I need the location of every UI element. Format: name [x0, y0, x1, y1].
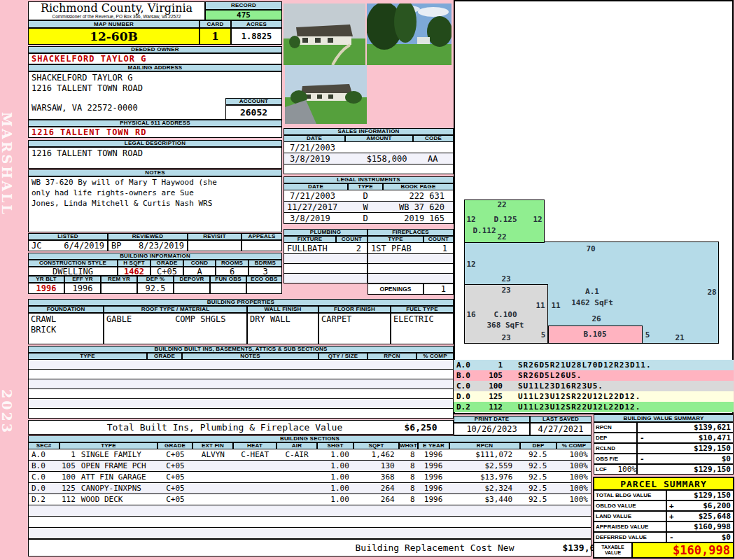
physical-address-label: PHYSICAL 911 ADDRESS	[28, 120, 282, 127]
value-summary-row: OBS F/E -$0	[594, 454, 734, 464]
sales-col-code: CODE	[413, 135, 454, 142]
vs-value: $139,621	[694, 423, 731, 432]
bs-type: CANOPY-INXPNS	[76, 483, 158, 493]
dim-b-5: 5	[643, 330, 652, 340]
code-sec: D.2	[454, 402, 482, 412]
bs-num: 105	[60, 461, 76, 471]
depovr-value	[174, 283, 210, 294]
bs-comp: 100%	[556, 494, 591, 505]
listed-value: JC6/4/2019	[28, 240, 108, 251]
grade-value: C+05	[150, 267, 183, 276]
col-effyr: EFF YR	[64, 276, 101, 283]
parcel-summary-row: DEFERRED VALUE -$0	[594, 532, 734, 542]
vs-value: $0	[722, 454, 731, 463]
replacement-cost-label: Building Replacement Cost New	[323, 540, 547, 556]
bs-dep: 92.5	[519, 494, 556, 505]
dim-a-26: 26	[588, 314, 605, 323]
code-sec: A.0	[454, 360, 482, 370]
building-info-title: BUILDING INFORMATION	[28, 253, 282, 260]
roof-value: GABLE COMP SHGLS	[104, 313, 247, 344]
li-book: WB 37 620	[383, 202, 453, 212]
bs-col-type: TYPE	[59, 442, 158, 449]
vendor-watermark: MARSHALL	[0, 112, 15, 216]
bs-type: SINGLE FAMILY	[76, 449, 158, 460]
value-summary-row: RPCN $139,621	[594, 422, 734, 433]
fireplace-row-empty	[368, 274, 454, 284]
bs-type: ATT FIN GARAGE	[76, 472, 158, 482]
bs-eyear: 1996	[418, 494, 449, 505]
reviewed-date: 8/23/2019	[139, 241, 184, 251]
effyr-value: 1996	[64, 283, 101, 294]
reviewed-label: REVIEWED	[108, 233, 188, 240]
bs-dep: 92.5	[519, 449, 556, 460]
bs-heat: C-HEAT	[233, 449, 276, 460]
built-ins-row-empty	[28, 409, 454, 419]
col-yrblt: YR BLT	[28, 276, 64, 283]
taxable-value: $160,998	[632, 542, 734, 558]
bs-num: 100	[60, 472, 76, 482]
map-number-label: MAP NUMBER	[28, 20, 200, 28]
wall-finish-value: DRY WALL	[247, 313, 318, 344]
commissioner-line: Commissioner of the Revenue, PO Box 366,…	[29, 14, 204, 19]
county-header-box: Richmond County, Virginia Commissioner o…	[28, 1, 205, 20]
bs-whgt: 8	[399, 472, 418, 482]
col-hsqft: H SQFT	[118, 260, 150, 267]
sale-amount	[345, 142, 412, 153]
ps-label: OBLDG VALUE	[596, 503, 636, 509]
li-book: 222 631	[383, 190, 453, 201]
code-vector: U11L23U12SR22U12L22D12.	[503, 402, 640, 412]
legal-description-value: 1216 TALLENT TOWN ROAD	[29, 148, 281, 158]
print-date-value: 10/26/2023	[454, 423, 530, 435]
code-vector: U11L23U12SR22U12L22D12.	[503, 392, 640, 401]
bi-col-grade: GRADE	[147, 353, 182, 360]
bs-shgt: 1.00	[317, 472, 354, 482]
roof-material: COMP SHGLS	[175, 314, 225, 324]
dim-a-left: 12	[465, 260, 477, 269]
code-vector: SR26D5L26U5.	[503, 371, 582, 380]
remyr-value	[101, 283, 137, 294]
sale-code	[413, 142, 453, 153]
bs-rpcn: $2,559	[449, 461, 519, 471]
plumbing-row: FULLBATH 2	[284, 243, 368, 254]
bs-sec: B.0	[29, 461, 60, 471]
bs-whgt: 8	[399, 483, 418, 493]
code-num: 105	[482, 371, 503, 380]
bp-col-wall: WALL FINISH	[247, 306, 318, 313]
dim-a-top: 70	[581, 244, 601, 253]
dim-d-left: 12	[465, 215, 477, 224]
sales-row: 7/21/2003	[284, 142, 454, 153]
bs-col-dep: DEP	[520, 442, 556, 449]
ps-value: $6,200	[703, 501, 731, 510]
bi-col-qty: QTY / SIZE	[318, 353, 368, 360]
ps-label: APPRAISED VALUE	[596, 524, 648, 530]
vs-pct: 100%	[618, 465, 637, 474]
li-col-date: DATE	[284, 183, 348, 190]
acres-value: 1.8825	[231, 28, 282, 45]
mailing-line-2: 1216 TALLENT TOWN ROAD	[29, 83, 281, 93]
bs-whgt: 8	[399, 449, 418, 460]
bs-whgt: 8	[399, 461, 418, 471]
plumbing-row-empty	[284, 264, 368, 274]
bs-col-shgt: SHGT	[317, 442, 354, 449]
mailing-line-1: SHACKELFORD TAYLOR G	[29, 72, 281, 83]
col-construction-style: CONSTRUCTION STYLE	[28, 260, 118, 267]
parcel-summary-row: OBLDG VALUE +$6,200	[594, 500, 734, 511]
dim-d-right: 12	[531, 215, 544, 224]
bs-num: 112	[60, 494, 76, 505]
sketch-code-row: B.0 105 SR26D5L26U5.	[454, 370, 734, 381]
col-ecoobs: ECO OBS	[246, 276, 282, 283]
ps-sign: -	[669, 533, 674, 542]
vs-sign: -	[640, 433, 645, 442]
sales-col-date: DATE	[284, 135, 345, 142]
bs-sqft: 130	[354, 461, 399, 471]
bs-sqft: 264	[354, 494, 399, 505]
col-remyr: REM YR	[101, 276, 137, 283]
fireplace-row: 1ST PFAB 1	[368, 243, 454, 254]
notes-line-2: only had life rights-owners are Sue	[29, 188, 281, 198]
physical-address-value: 1216 TALLENT TOWN RD	[28, 127, 282, 138]
record-label: RECORD	[205, 1, 282, 10]
card-value: 1	[200, 28, 231, 45]
bs-whgt: 8	[399, 494, 418, 505]
bs-sqft: 264	[354, 483, 399, 493]
built-ins-row-empty	[28, 399, 454, 409]
